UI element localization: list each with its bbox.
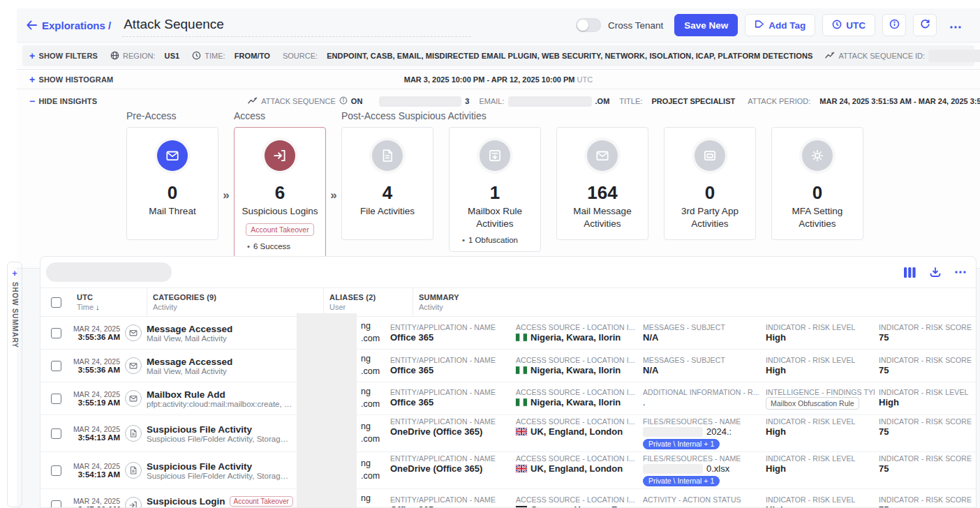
sort-down-icon[interactable]: ↓ <box>96 303 100 311</box>
card-label: MFA Setting Activities <box>778 205 857 230</box>
save-new-button[interactable]: Save New <box>674 14 738 36</box>
row-alias: ng.com <box>297 419 386 447</box>
card-count: 164 <box>563 182 642 204</box>
email-insight: EMAIL: .OM <box>479 96 609 107</box>
redacted-user: 3 <box>379 96 469 107</box>
redacted-attack-sequence-id <box>928 50 980 62</box>
show-filters-button[interactable]: +SHOW FILTERS <box>29 50 98 61</box>
row-checkbox[interactable] <box>51 465 61 476</box>
account-takeover-badge: Account Takeover <box>230 496 293 507</box>
table-row[interactable]: MAR 24, 20253:54:13 AM Suspicious File A… <box>40 452 976 489</box>
card-mail-threat[interactable]: 0 Mail Threat <box>126 127 218 240</box>
card-count: 1 <box>455 182 535 204</box>
row-checkbox[interactable] <box>51 428 61 439</box>
attack-sequence-id-filter[interactable]: ATTACK SEQUENCE ID: <box>825 50 980 62</box>
summary-field: INDICATOR - RISK LEVEL High <box>762 495 875 508</box>
row-checkbox[interactable] <box>51 500 61 508</box>
summary-field: ENTITY/APPLICATION - NAME Office 365 <box>386 388 512 410</box>
globe-icon <box>110 51 119 61</box>
table-row[interactable]: MAR 24, 20253:55:36 AM Message Accessed … <box>40 317 976 350</box>
select-all-checkbox[interactable] <box>51 297 61 308</box>
card-suspicious-logins[interactable]: 6 Suspicious Logins Account Takeover 6 S… <box>234 127 326 258</box>
info-icon[interactable] <box>339 96 348 106</box>
cross-tenant-toggle[interactable] <box>576 18 601 32</box>
card-mailbox-rule-activities[interactable]: 1 Mailbox Rule Activities 1 Obfuscation <box>449 127 541 252</box>
redacted-value <box>643 427 703 437</box>
app-icon <box>695 140 725 171</box>
summary-field: INDICATOR - RISK SCORE 75 <box>875 454 977 486</box>
row-subtitle: Mail View, Mail Activity <box>147 367 292 375</box>
source-filter[interactable]: SOURCE: ENDPOINT, CASB, EMAIL, MISDIRECT… <box>283 52 812 60</box>
region-filter[interactable]: REGION: US1 <box>110 51 179 61</box>
row-checkbox[interactable] <box>51 361 61 371</box>
back-arrow-icon[interactable] <box>27 20 37 30</box>
redacted-alias <box>297 451 357 490</box>
summary-field: ACCESS SOURCE - LOCATION I... Germany, H… <box>512 495 639 508</box>
column-utc-time[interactable]: UTC Time ↓ <box>71 288 147 316</box>
download-icon[interactable] <box>930 267 941 278</box>
more-button[interactable] <box>944 14 967 36</box>
show-summary-panel[interactable]: + SHOW SUMMARY <box>7 262 22 507</box>
add-tag-button[interactable]: Add Tag <box>745 14 815 36</box>
utc-button[interactable]: UTC <box>822 14 875 36</box>
top-header: Explorations / Attack Sequence Cross Ten… <box>17 8 980 42</box>
row-timestamp: MAR 24, 20253:55:36 AM <box>71 324 120 341</box>
row-alias: ng.com <box>297 319 386 347</box>
clock-icon <box>192 51 201 61</box>
columns-icon[interactable] <box>904 267 916 278</box>
summary-field: INDICATOR - RISK LEVEL High <box>762 417 875 449</box>
attack-sequence-icon <box>248 96 258 106</box>
column-summary[interactable]: SUMMARYActivity <box>413 288 976 316</box>
card-mail-message-activities[interactable]: 164 Mail Message Activities <box>556 127 648 240</box>
table-more-icon[interactable] <box>955 271 966 274</box>
row-title: Message Accessed <box>147 324 232 334</box>
breadcrumb[interactable]: Explorations / <box>27 20 111 31</box>
refresh-button[interactable] <box>913 14 937 36</box>
redacted-alias <box>297 486 357 508</box>
table-row[interactable]: MAR 24, 20253:55:36 AM Message Accessed … <box>40 350 976 382</box>
row-checkbox[interactable] <box>51 328 61 338</box>
card-label: 3rd Party App Activities <box>670 205 750 230</box>
summary-field: ENTITY/APPLICATION - NAME Office 365 <box>386 323 512 343</box>
summary-field: ENTITY/APPLICATION - NAME Office 365 <box>386 356 512 375</box>
time-filter[interactable]: TIME: FROM/TO <box>192 51 270 61</box>
summary-field: ENTITY/APPLICATION - NAME Office 365 <box>386 495 512 508</box>
card-mfa-setting-activities[interactable]: 0 MFA Setting Activities <box>771 127 863 240</box>
title-field[interactable]: Attack Sequence <box>122 14 471 37</box>
title-insight: TITLE: PROJECT SPECIALIST <box>619 97 735 105</box>
mail-icon <box>125 390 142 407</box>
card-label: Mail Threat <box>133 205 212 218</box>
classification-badge: Private \ Internal + 1 <box>643 439 720 449</box>
table-row[interactable]: MAR 24, 20253:55:19 AM Mailbox Rule Add … <box>40 382 976 415</box>
breadcrumb-label[interactable]: Explorations / <box>42 20 111 31</box>
summary-field: INDICATOR - RISK SCORE 75 <box>875 495 977 508</box>
attack-period-insight: ATTACK PERIOD: MAR 24, 2025 3:51:53 AM -… <box>748 97 980 105</box>
summary-field: FILES/RESOURCES - NAME 2024.: Private \ … <box>639 417 762 449</box>
row-subtitle: Suspicious File/Folder Activity, Storage… <box>147 435 292 443</box>
table-row[interactable]: MAR 24, 20253:54:13 AM Suspicious File A… <box>40 415 976 452</box>
insights-section: −HIDE INSIGHTS ATTACK SEQUENCE ON 3 EMAI… <box>17 89 980 269</box>
clock-icon <box>832 20 842 31</box>
row-title: Suspicious Login <box>147 496 225 507</box>
column-categories[interactable]: CATEGORIES (9)Activity <box>147 288 323 316</box>
hide-insights-button[interactable]: −HIDE INSIGHTS <box>29 96 97 107</box>
row-subtitle: Mail View, Mail Activity <box>147 334 292 343</box>
table-row[interactable]: MAR 24, 20253:47:20 AM Suspicious LoginA… <box>40 489 976 508</box>
table-header: UTC Time ↓ CATEGORIES (9)Activity ALIASE… <box>40 287 976 317</box>
summary-field: MESSAGES - SUBJECT N/A <box>639 356 762 375</box>
mail-icon <box>125 357 142 374</box>
cross-tenant-label: Cross Tenant <box>608 20 663 31</box>
row-title: Message Accessed <box>147 357 232 367</box>
row-timestamp: MAR 24, 20253:54:13 AM <box>71 425 120 442</box>
summary-field: ENTITY/APPLICATION - NAME OneDrive (Offi… <box>386 417 512 449</box>
filters-bar: +SHOW FILTERS REGION: US1 TIME: FROM/TO … <box>22 45 974 66</box>
show-histogram-button[interactable]: +SHOW HISTOGRAM <box>29 74 114 85</box>
info-button[interactable] <box>882 14 906 36</box>
stage-labels: Pre-AccessAccessPost-Access Suspicious A… <box>29 110 967 124</box>
summary-field: INDICATOR - RISK SCORE 75 <box>875 356 977 375</box>
file-icon <box>125 425 142 442</box>
card-file-activities[interactable]: 4 File Activities <box>341 127 433 240</box>
column-aliases[interactable]: ALIASES (2)User <box>323 288 413 316</box>
card-3rd-party-app-activities[interactable]: 0 3rd Party App Activities <box>664 127 756 240</box>
row-checkbox[interactable] <box>51 394 61 404</box>
